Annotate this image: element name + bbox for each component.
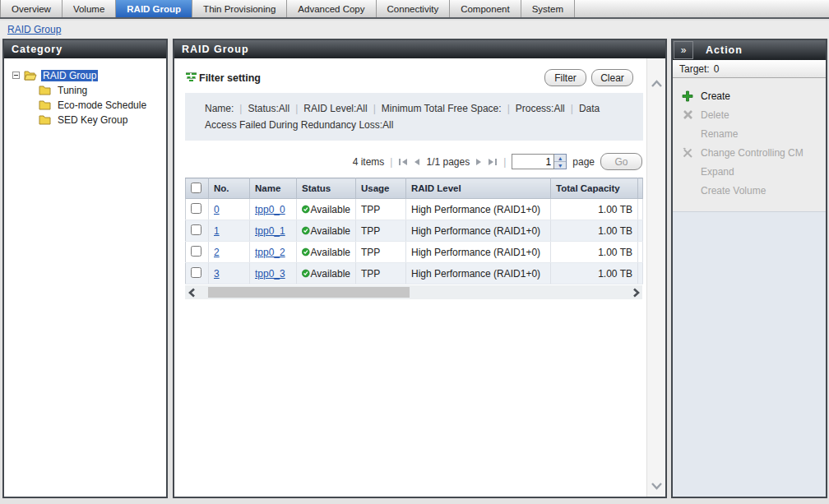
raid-group-main-panel: RAID Group xyxy=(173,39,667,498)
table-row: 2tpp0_2AvailableTPPHigh Performance (RAI… xyxy=(186,242,643,263)
raid-group-no-link[interactable]: 0 xyxy=(214,204,220,215)
action-rename[interactable]: Rename xyxy=(673,124,826,143)
page-spinner[interactable]: ▲ ▼ xyxy=(554,154,567,169)
raid-group-name-link[interactable]: tpp0_0 xyxy=(255,204,285,215)
cell-clipped xyxy=(638,242,643,263)
cell-clipped xyxy=(638,263,643,284)
row-select-cell xyxy=(186,263,209,284)
prev-page-icon[interactable] xyxy=(414,158,420,166)
plus-icon xyxy=(681,90,694,103)
criteria-process: Process:All xyxy=(516,103,565,114)
last-page-icon[interactable] xyxy=(488,158,498,166)
page-number-input[interactable] xyxy=(512,154,554,169)
category-panel-title: Category xyxy=(4,40,166,58)
col-total-capacity: Total Capacity xyxy=(551,178,638,199)
status-available-icon xyxy=(302,224,310,237)
next-page-icon[interactable] xyxy=(475,158,482,166)
row-checkbox[interactable] xyxy=(191,246,201,257)
breadcrumb-raid-group-link[interactable]: RAID Group xyxy=(7,24,61,35)
pages-text: 1/1 pages xyxy=(426,156,470,168)
row-select-cell xyxy=(186,220,209,242)
tree-item-raid-group[interactable]: RAID Group xyxy=(12,68,166,82)
raid-group-no-link[interactable]: 1 xyxy=(214,225,220,237)
criteria-min-free-space: Minimum Total Free Space: xyxy=(382,103,502,114)
scroll-right-icon[interactable] xyxy=(629,288,642,298)
tab-system[interactable]: System xyxy=(521,0,575,17)
tree-item-tuning[interactable]: Tuning xyxy=(12,83,166,97)
raid-group-name-link[interactable]: tpp0_1 xyxy=(255,225,285,237)
tree-item-label: SED Key Group xyxy=(56,114,129,126)
target-label: Target: xyxy=(679,63,710,75)
tab-component[interactable]: Component xyxy=(450,0,521,17)
col-usage: Usage xyxy=(356,178,406,199)
tab-overview[interactable]: Overview xyxy=(0,0,63,17)
cell-usage: TPP xyxy=(356,263,406,284)
select-all-checkbox[interactable] xyxy=(191,183,201,193)
scroll-down-icon[interactable] xyxy=(651,482,663,490)
tree-item-eco-mode-schedule[interactable]: Eco-mode Schedule xyxy=(12,98,166,112)
hscroll-thumb[interactable] xyxy=(208,287,410,298)
cell-name: tpp0_3 xyxy=(250,263,297,284)
spinner-up-icon[interactable]: ▲ xyxy=(554,155,566,162)
cell-total-capacity: 1.00 TB xyxy=(551,199,638,220)
criteria-name: Name: xyxy=(205,103,234,114)
status-available-icon xyxy=(302,203,310,215)
collapse-panel-icon[interactable]: » xyxy=(674,41,693,59)
scroll-left-icon[interactable] xyxy=(185,288,198,298)
status-available-icon xyxy=(302,246,310,258)
action-item-label: Rename xyxy=(701,128,738,140)
cell-total-capacity: 1.00 TB xyxy=(551,263,638,284)
tab-volume[interactable]: Volume xyxy=(63,0,116,17)
action-item-label: Delete xyxy=(701,109,729,121)
tree-item-sed-key-group[interactable]: SED Key Group xyxy=(12,113,166,127)
cell-usage: TPP xyxy=(356,220,406,242)
action-panel: » Action Target: 0 Create Delete Rename xyxy=(671,39,827,498)
cell-raid-level: High Performance (RAID1+0) xyxy=(406,242,551,263)
row-checkbox[interactable] xyxy=(191,267,201,278)
col-status: Status xyxy=(297,178,356,199)
tree-collapse-icon[interactable] xyxy=(12,72,20,79)
action-item-label: Change Controlling CM xyxy=(701,147,804,159)
top-tab-bar: Overview Volume RAID Group Thin Provisio… xyxy=(0,0,829,19)
raid-group-no-link[interactable]: 3 xyxy=(214,268,220,280)
col-name: Name xyxy=(250,178,297,199)
spinner-down-icon[interactable]: ▼ xyxy=(554,162,566,169)
action-panel-header: » Action xyxy=(673,40,826,60)
action-delete[interactable]: Delete xyxy=(673,105,826,124)
raid-group-table: No. Name Status Usage RAID Level Total C… xyxy=(185,178,643,284)
action-create[interactable]: Create xyxy=(673,86,826,105)
row-checkbox[interactable] xyxy=(191,224,201,235)
table-row: 3tpp0_3AvailableTPPHigh Performance (RAI… xyxy=(186,263,643,284)
horizontal-scrollbar[interactable] xyxy=(185,285,642,299)
raid-group-name-link[interactable]: tpp0_2 xyxy=(255,247,285,258)
action-expand[interactable]: Expand xyxy=(673,162,826,181)
filter-criteria: Name:|Status:All|RAID Level:All|Minimum … xyxy=(185,93,643,141)
criteria-status: Status:All xyxy=(248,103,289,114)
select-all-header xyxy=(186,178,209,199)
filter-button[interactable]: Filter xyxy=(544,69,586,86)
scroll-up-icon[interactable] xyxy=(651,80,663,88)
action-change-controlling-cm[interactable]: Change Controlling CM xyxy=(673,143,826,162)
cell-name: tpp0_0 xyxy=(250,199,297,220)
col-raid-level: RAID Level xyxy=(406,178,551,199)
category-panel: Category RAID Group Tuning Eco-mode Sche… xyxy=(2,39,168,498)
action-create-volume[interactable]: Create Volume xyxy=(673,181,826,200)
row-checkbox[interactable] xyxy=(191,203,201,214)
tab-connectivity[interactable]: Connectivity xyxy=(377,0,451,17)
status-text: Available xyxy=(311,247,350,258)
open-folder-icon xyxy=(24,70,37,81)
raid-group-name-link[interactable]: tpp0_3 xyxy=(255,268,285,280)
cell-total-capacity: 1.00 TB xyxy=(551,220,638,242)
status-text: Available xyxy=(311,225,350,237)
cell-status: Available xyxy=(297,199,356,220)
first-page-icon[interactable] xyxy=(398,158,408,166)
blank-icon xyxy=(681,184,694,197)
tab-thin-provisioning[interactable]: Thin Provisioning xyxy=(192,0,287,17)
go-button[interactable]: Go xyxy=(600,153,642,170)
tab-advanced-copy[interactable]: Advanced Copy xyxy=(287,0,376,17)
clear-button[interactable]: Clear xyxy=(591,69,633,86)
target-value: 0 xyxy=(714,63,720,75)
tab-raid-group[interactable]: RAID Group xyxy=(116,0,192,17)
hscroll-track[interactable] xyxy=(198,287,629,298)
raid-group-no-link[interactable]: 2 xyxy=(214,247,220,258)
